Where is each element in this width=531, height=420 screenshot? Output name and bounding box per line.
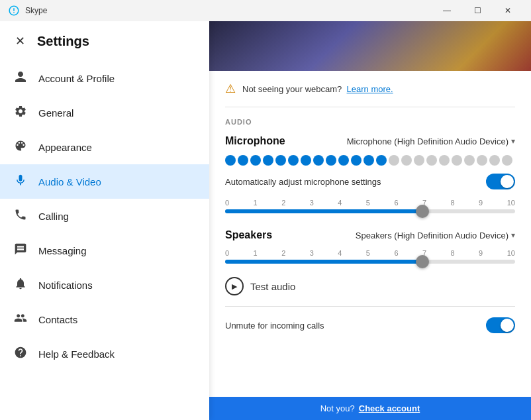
sidebar-item-label: Contacts bbox=[38, 314, 77, 325]
slider-thumb[interactable] bbox=[416, 205, 429, 218]
maximize-button[interactable]: ☐ bbox=[462, 0, 493, 21]
title-bar: Skype — ☐ ✕ bbox=[0, 0, 531, 21]
sidebar-item-messaging[interactable]: Messaging bbox=[0, 233, 209, 268]
microphone-row: Microphone Microphone (High Definition A… bbox=[225, 135, 515, 147]
microphone-slider[interactable] bbox=[225, 209, 515, 213]
skype-sidebar: L live:vedin13 ··· 🔍 Pe... 💬 Chats RECEN… bbox=[0, 21, 209, 420]
tick: 2 bbox=[281, 249, 285, 257]
contacts-icon bbox=[13, 311, 28, 328]
minimize-button[interactable]: — bbox=[432, 0, 462, 21]
warning-icon: ⚠ bbox=[225, 81, 236, 96]
appearance-icon bbox=[13, 139, 28, 156]
tick: 1 bbox=[254, 249, 258, 257]
app-title: Skype bbox=[25, 6, 432, 15]
level-dot bbox=[238, 155, 248, 166]
level-dot bbox=[363, 155, 374, 166]
settings-close-button[interactable]: ✕ bbox=[11, 32, 29, 50]
sidebar-item-audio-video[interactable]: Audio & Video bbox=[0, 164, 209, 199]
level-dot bbox=[338, 155, 349, 166]
chevron-down-icon: ▾ bbox=[511, 136, 515, 146]
level-dot bbox=[326, 155, 336, 166]
notifications-icon bbox=[13, 277, 28, 293]
level-dot bbox=[502, 155, 512, 166]
help-icon bbox=[13, 346, 28, 362]
slider-thumb[interactable] bbox=[416, 255, 429, 268]
level-dot bbox=[414, 155, 424, 166]
tick: 0 bbox=[225, 249, 229, 257]
content-scroll[interactable]: ⚠ Not seeing your webcam? Learn more. AU… bbox=[209, 71, 531, 397]
settings-nav: Account & Profile General Appearance bbox=[0, 58, 209, 420]
audio-video-icon bbox=[13, 174, 28, 190]
microphone-device-select[interactable]: Microphone (High Definition Audio Device… bbox=[347, 136, 515, 146]
level-dot bbox=[275, 155, 286, 166]
level-dot bbox=[250, 155, 261, 166]
auto-adjust-label: Automatically adjust microphone settings bbox=[225, 177, 479, 187]
level-dot bbox=[401, 155, 412, 166]
play-button[interactable]: ▶ bbox=[225, 277, 244, 295]
settings-header: ✕ Settings bbox=[0, 21, 209, 58]
audio-section-label: AUDIO bbox=[225, 118, 515, 126]
window-controls: — ☐ ✕ bbox=[432, 0, 523, 21]
tick: 1 bbox=[254, 199, 258, 207]
auto-adjust-toggle[interactable] bbox=[486, 174, 515, 189]
unmute-toggle[interactable] bbox=[486, 317, 515, 333]
bottom-bar-text: Not you? bbox=[320, 403, 355, 413]
sidebar-item-contacts[interactable]: Contacts bbox=[0, 302, 209, 337]
tick: 8 bbox=[451, 249, 455, 257]
level-dot bbox=[452, 155, 462, 166]
level-dot bbox=[426, 155, 437, 166]
sidebar-item-general[interactable]: General bbox=[0, 95, 209, 130]
toggle-thumb bbox=[501, 319, 514, 332]
tick: 5 bbox=[366, 249, 370, 257]
speakers-section: Speakers Speakers (High Definition Audio… bbox=[225, 229, 515, 264]
webcam-preview bbox=[209, 21, 531, 71]
speakers-device-select[interactable]: Speakers (High Definition Audio Device) … bbox=[356, 231, 515, 240]
sidebar-item-label: Calling bbox=[38, 211, 69, 222]
level-dot bbox=[489, 155, 500, 166]
sidebar-item-help[interactable]: Help & Feedback bbox=[0, 337, 209, 371]
sidebar-item-notifications[interactable]: Notifications bbox=[0, 268, 209, 302]
speakers-slider-container: 0 1 2 3 4 5 6 7 8 9 10 bbox=[225, 249, 515, 264]
speakers-row: Speakers Speakers (High Definition Audio… bbox=[225, 229, 515, 241]
level-dot bbox=[225, 155, 236, 166]
sidebar-item-label: Account & Profile bbox=[38, 73, 115, 84]
sidebar-item-label: Help & Feedback bbox=[38, 348, 115, 360]
level-dot bbox=[389, 155, 399, 166]
sidebar-item-calling[interactable]: Calling bbox=[0, 199, 209, 233]
level-dot bbox=[376, 155, 387, 166]
level-dot bbox=[439, 155, 450, 166]
microphone-label: Microphone bbox=[225, 135, 347, 147]
unmute-label: Unmute for incoming calls bbox=[225, 321, 479, 331]
audio-section: AUDIO Microphone Microphone (High Defini… bbox=[225, 118, 515, 213]
skype-logo bbox=[8, 5, 20, 17]
learn-more-link[interactable]: Learn more. bbox=[347, 84, 393, 94]
tick: 10 bbox=[507, 199, 515, 207]
check-account-link[interactable]: Check account bbox=[359, 403, 420, 413]
unmute-row: Unmute for incoming calls bbox=[225, 317, 515, 333]
tick: 6 bbox=[394, 249, 398, 257]
close-button[interactable]: ✕ bbox=[493, 0, 523, 21]
sidebar-item-appearance[interactable]: Appearance bbox=[0, 130, 209, 164]
settings-title: Settings bbox=[37, 34, 89, 49]
slider-ticks: 0 1 2 3 4 5 6 7 8 9 10 bbox=[225, 249, 515, 257]
tick: 3 bbox=[310, 249, 314, 257]
tick: 5 bbox=[366, 199, 370, 207]
sidebar-item-label: Notifications bbox=[38, 280, 93, 291]
level-dot bbox=[263, 155, 273, 166]
microphone-slider-container: 0 1 2 3 4 5 6 7 8 9 10 bbox=[225, 199, 515, 213]
tick: 3 bbox=[310, 199, 314, 207]
slider-fill bbox=[225, 260, 422, 264]
level-dot bbox=[477, 155, 487, 166]
speakers-slider[interactable] bbox=[225, 260, 515, 264]
tick: 8 bbox=[451, 199, 455, 207]
account-icon bbox=[13, 70, 28, 87]
chevron-down-icon: ▾ bbox=[511, 231, 515, 240]
tick: 4 bbox=[338, 199, 342, 207]
speakers-label: Speakers bbox=[225, 229, 356, 241]
sidebar-item-account[interactable]: Account & Profile bbox=[0, 61, 209, 95]
level-dot bbox=[351, 155, 362, 166]
bottom-bar: Not you? Check account bbox=[209, 397, 531, 420]
general-icon bbox=[13, 105, 28, 121]
tick: 9 bbox=[479, 199, 483, 207]
test-audio-row[interactable]: ▶ Test audio bbox=[225, 277, 515, 307]
